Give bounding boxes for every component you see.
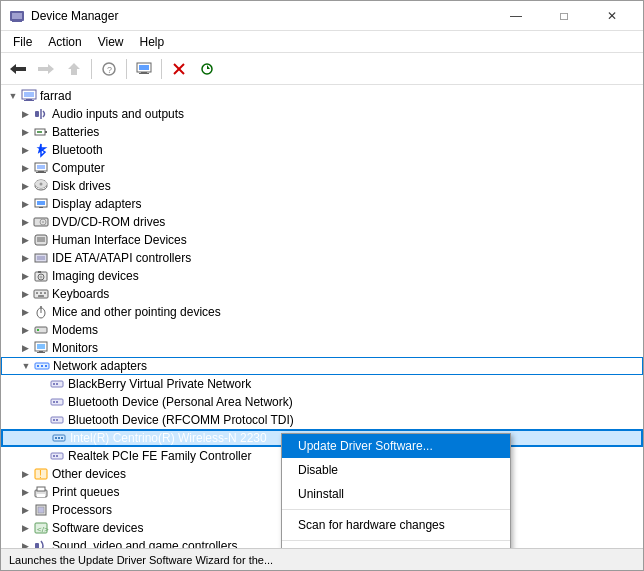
ctx-update[interactable]: Update Driver Software... [282,434,510,458]
tree-disk[interactable]: ▶ Disk drives [1,177,643,195]
menu-file[interactable]: File [5,33,40,51]
tree-ide[interactable]: ▶ IDE ATA/ATAPI controllers [1,249,643,267]
svg-rect-19 [26,99,32,100]
modems-icon [33,322,49,338]
toolbar-sep3 [161,59,162,79]
tree-root[interactable]: ▼ farrad [1,87,643,105]
other-expand[interactable]: ▶ [17,466,33,482]
svg-rect-12 [139,73,149,74]
tree-dvd[interactable]: ▶ DVD/CD-ROM drives [1,213,643,231]
menu-help[interactable]: Help [132,33,173,51]
svg-marker-5 [38,64,54,74]
realtek-icon [49,448,65,464]
toolbar-forward[interactable] [33,56,59,82]
close-button[interactable]: ✕ [589,1,635,31]
tree-modems[interactable]: ▶ Modems [1,321,643,339]
svg-rect-35 [39,207,43,208]
btrfcomm-label: Bluetooth Device (RFCOMM Protocol TDI) [68,413,294,427]
ctx-uninstall[interactable]: Uninstall [282,482,510,506]
svg-rect-67 [56,383,58,385]
tree-mice[interactable]: ▶ Mice and other pointing devices [1,303,643,321]
svg-rect-3 [12,21,22,22]
svg-rect-18 [24,92,34,97]
keyboards-icon [33,286,49,302]
processors-expand[interactable]: ▶ [17,502,33,518]
ctx-scan[interactable]: Scan for hardware changes [282,513,510,537]
tree-computer[interactable]: ▶ Computer [1,159,643,177]
svg-rect-40 [37,237,45,242]
network-icon [34,358,50,374]
hid-label: Human Interface Devices [52,233,187,247]
keyboards-expand[interactable]: ▶ [17,286,33,302]
dvd-expand[interactable]: ▶ [17,214,33,230]
svg-text:?: ? [107,65,112,75]
tree-bluetooth[interactable]: ▶ Bluetooth [1,141,643,159]
audio-expand[interactable]: ▶ [17,106,33,122]
toolbar-sep2 [126,59,127,79]
window-controls: — □ ✕ [493,1,635,31]
ide-label: IDE ATA/ATAPI controllers [52,251,191,265]
disk-icon [33,178,49,194]
svg-rect-85 [37,494,45,497]
svg-text:</>: </> [37,525,49,534]
tree-batteries[interactable]: ▶ Batteries [1,123,643,141]
tree-keyboards[interactable]: ▶ Keyboards [1,285,643,303]
svg-rect-48 [36,292,38,294]
software-icon: </> [33,520,49,536]
imaging-expand[interactable]: ▶ [17,268,33,284]
tree-network[interactable]: ▼ Network adapters [1,357,643,375]
computer-icon [21,88,37,104]
tree-btpan[interactable]: ▶ Bluetooth Device (Personal Area Networ… [1,393,643,411]
tree-monitors[interactable]: ▶ Monitors [1,339,643,357]
computer-label: Computer [52,161,105,175]
status-bar: Launches the Update Driver Software Wiza… [1,548,643,570]
window-icon [9,8,25,24]
tree-blackberry[interactable]: ▶ BlackBerry Virtual Private Network [1,375,643,393]
disk-expand[interactable]: ▶ [17,178,33,194]
svg-marker-4 [10,64,26,74]
tree-imaging[interactable]: ▶ Imaging devices [1,267,643,285]
intel-label: Intel(R) Centrino(R) Wireless-N 2230 [70,431,267,445]
tree-btrfcomm[interactable]: ▶ Bluetooth Device (RFCOMM Protocol TDI) [1,411,643,429]
root-expand[interactable]: ▼ [5,88,21,104]
svg-point-45 [40,276,43,279]
root-label: farrad [40,89,71,103]
tree-hid[interactable]: ▶ Human Interface Devices [1,231,643,249]
sound-label: Sound, video and game controllers [52,539,237,548]
minimize-button[interactable]: — [493,1,539,31]
toolbar-back[interactable] [5,56,31,82]
computer-expand[interactable]: ▶ [17,160,33,176]
network-expand[interactable]: ▼ [18,358,34,374]
toolbar-remove[interactable] [166,56,192,82]
dvd-icon [33,214,49,230]
svg-rect-49 [40,292,42,294]
ctx-disable[interactable]: Disable [282,458,510,482]
hid-expand[interactable]: ▶ [17,232,33,248]
menu-view[interactable]: View [90,33,132,51]
svg-rect-27 [38,171,44,172]
window-title: Device Manager [31,9,493,23]
modems-expand[interactable]: ▶ [17,322,33,338]
toolbar-up[interactable] [61,56,87,82]
monitors-expand[interactable]: ▶ [17,340,33,356]
toolbar-help[interactable]: ? [96,56,122,82]
display-expand[interactable]: ▶ [17,196,33,212]
batteries-expand[interactable]: ▶ [17,124,33,140]
print-expand[interactable]: ▶ [17,484,33,500]
toolbar-scan[interactable] [194,56,220,82]
maximize-button[interactable]: □ [541,1,587,31]
toolbar-computer[interactable] [131,56,157,82]
audio-icon [33,106,49,122]
menu-action[interactable]: Action [40,33,89,51]
bluetooth-expand[interactable]: ▶ [17,142,33,158]
mice-expand[interactable]: ▶ [17,304,33,320]
tree-audio[interactable]: ▶ Audio inputs and outputs [1,105,643,123]
ctx-properties[interactable]: Properties [282,544,510,548]
print-icon [33,484,49,500]
ide-expand[interactable]: ▶ [17,250,33,266]
svg-rect-46 [38,271,41,273]
sound-expand[interactable]: ▶ [17,538,33,548]
software-expand[interactable]: ▶ [17,520,33,536]
ide-icon [33,250,49,266]
tree-display[interactable]: ▶ Display adapters [1,195,643,213]
